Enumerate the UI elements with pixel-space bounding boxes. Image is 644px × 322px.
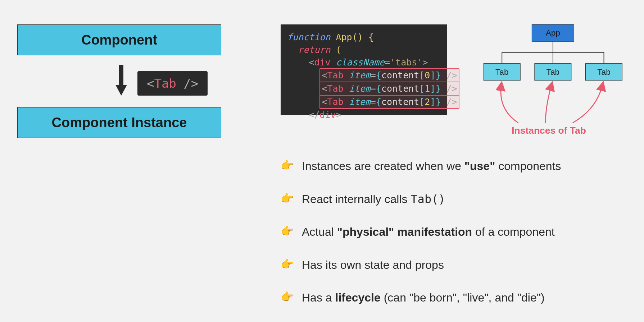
tab-chip-close: /> [176,76,198,91]
svg-marker-1 [115,85,127,96]
point-right-icon: 👉 [281,225,294,238]
tab-instance-line-1: <Tab item={content[1]} /> [319,82,459,96]
instances-caption: Instances of Tab [512,125,586,136]
bullet-item-4: 👉 Has a lifecycle (can "be born", "live"… [281,290,622,305]
point-right-icon: 👉 [281,159,294,172]
tab-instance-line-0: <Tab item={content[0]} /> [319,68,459,82]
code-block: function App() { return ( <div className… [281,24,447,115]
bullet-item-3: 👉 Has its own state and props [281,258,622,273]
arrow-instance-1 [545,85,552,123]
component-instance-box: Component Instance [17,107,221,138]
component-tree: App Tab Tab Tab Instances of Tab [477,24,628,147]
component-instance-label: Component Instance [52,115,187,130]
bullet-item-2: 👉 Actual "physical" manifestation of a c… [281,225,622,240]
tree-node-tab-1-label: Tab [547,67,560,77]
point-right-icon: 👉 [281,290,294,303]
point-right-icon: 👉 [281,192,294,205]
point-right-icon: 👉 [281,258,294,271]
tree-node-tab-2-label: Tab [597,67,611,77]
tab-chip-open: < [147,76,154,91]
component-box: Component [17,24,221,55]
tab-instance-line-2: <Tab item={content[2]} /> [319,95,459,109]
tree-node-tab-0-label: Tab [495,67,509,77]
arrow-instance-2 [573,85,603,123]
tab-chip: <Tab /> [137,71,208,96]
component-label: Component [81,32,157,48]
bullet-list: 👉 Instances are created when we "use" co… [281,159,622,322]
bullet-item-1: 👉 React internally calls Tab() [281,192,622,207]
tree-node-app-label: App [546,28,560,37]
arrow-down-icon [113,64,129,96]
arrow-instance-0 [501,85,518,123]
bullet-item-0: 👉 Instances are created when we "use" co… [281,159,622,174]
tab-chip-name: Tab [154,76,176,91]
